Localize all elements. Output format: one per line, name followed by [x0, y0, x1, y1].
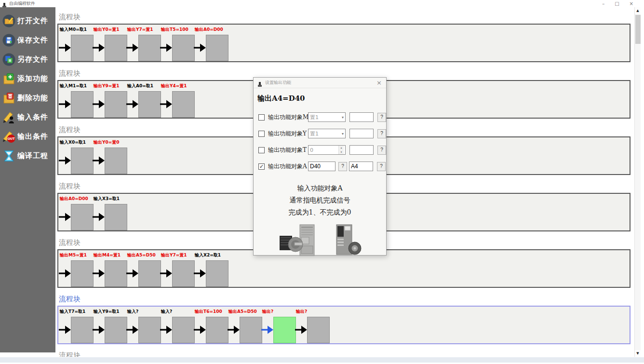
flow-block-square[interactable] — [138, 35, 161, 61]
flow-step[interactable]: 输出Y9=置1 — [94, 83, 127, 118]
flow-block-square[interactable] — [138, 317, 161, 343]
y-extra-field[interactable] — [349, 129, 374, 138]
flow-block-square[interactable] — [172, 35, 195, 61]
flow-block-square[interactable] — [71, 35, 94, 61]
dialog-close-button[interactable]: × — [376, 78, 382, 88]
flow-step[interactable]: 输入A0=取1 — [127, 83, 161, 118]
t-extra-field[interactable] — [349, 145, 374, 155]
compile-project-icon — [2, 149, 15, 162]
scroll-up-button[interactable]: ▲ — [635, 7, 641, 14]
flow-block-square[interactable] — [172, 260, 195, 287]
checkbox-y[interactable] — [258, 131, 265, 137]
flow-block-square[interactable] — [105, 260, 127, 287]
flow-step[interactable]: 输出A0=D00 — [195, 27, 228, 61]
window-titlebar: 自由编程软件 – □ × — [0, 0, 644, 7]
flow-step[interactable]: 输出? — [262, 309, 296, 343]
flow-block-square[interactable] — [172, 91, 195, 118]
m-extra-field[interactable] — [349, 112, 374, 122]
flow-step[interactable]: 输入X0=取1 — [60, 139, 94, 174]
spinner-buttons[interactable]: ▴ ▾ — [338, 146, 344, 154]
save-as-file-icon — [2, 53, 15, 66]
flow-step[interactable]: 输入? — [161, 309, 195, 343]
flow-block-square-active[interactable] — [273, 317, 296, 343]
close-button[interactable]: × — [630, 0, 633, 7]
a-help-button-2[interactable]: ? — [377, 162, 386, 171]
flow-step[interactable]: 输出Y7=置1 — [127, 27, 161, 61]
minimize-button[interactable]: – — [602, 0, 604, 7]
flow-block-square[interactable] — [71, 260, 94, 287]
flow-step[interactable]: 输出M4=置1 — [94, 252, 127, 287]
flow-block-square[interactable] — [71, 148, 94, 174]
sidebar-item-compile-project[interactable]: 编译工程 — [0, 146, 55, 165]
flow-block-square[interactable] — [206, 35, 228, 61]
flow-block-square[interactable] — [105, 35, 127, 61]
flow-step[interactable]: 输出A0=D00 — [60, 196, 94, 230]
flow-section-box[interactable]: 输入T7=取1输入Y9=取1输入?输入?输出T6=100输出A5=D50输出?输… — [57, 306, 631, 344]
flow-block-square[interactable] — [105, 317, 127, 343]
flow-block-square[interactable] — [105, 91, 127, 118]
checkbox-t[interactable] — [258, 147, 265, 153]
flow-step[interactable]: 输入Y9=取1 — [94, 309, 127, 343]
flow-block-square[interactable] — [105, 148, 127, 174]
a-signal-field[interactable] — [349, 162, 373, 171]
sidebar-item-save-file[interactable]: 保存文件 — [0, 30, 55, 50]
scrollbar-thumb[interactable] — [635, 15, 641, 44]
spinner-up-icon[interactable]: ▴ — [339, 146, 344, 150]
sidebar-item-delete-function[interactable]: 删除功能 — [0, 88, 55, 108]
spinner-down-icon[interactable]: ▾ — [339, 150, 344, 154]
a-data-field[interactable] — [308, 162, 335, 171]
flow-step[interactable]: 输入M0=取1 — [60, 27, 94, 61]
flow-step[interactable]: 输出M5=置1 — [60, 252, 94, 287]
flow-step[interactable]: 输入X3=取1 — [94, 196, 127, 230]
flow-step[interactable]: 输出T6=100 — [195, 309, 228, 343]
y-help-button[interactable]: ? — [377, 129, 386, 138]
flow-block-square[interactable] — [71, 204, 94, 230]
flow-step[interactable]: 输入T7=取1 — [60, 309, 94, 343]
flow-arrow-icon — [160, 42, 172, 53]
flow-step[interactable]: 输出A5=D50 — [127, 252, 161, 287]
flow-block-square[interactable] — [71, 317, 94, 343]
window-controls: – □ × — [602, 0, 633, 7]
a-help-button-1[interactable]: ? — [338, 162, 347, 171]
flow-step[interactable]: 输出T5=100 — [161, 27, 195, 61]
flow-step[interactable]: 输入? — [127, 309, 161, 343]
y-value-select[interactable]: 置1 ▾ — [308, 129, 346, 138]
checkbox-a[interactable]: ✓ — [258, 163, 265, 170]
sidebar-item-output-condition[interactable]: OUT 输出条件 — [0, 127, 55, 146]
sidebar-item-input-condition[interactable]: 输入条件 — [0, 108, 55, 127]
flow-step[interactable]: 输出A5=D50 — [228, 309, 262, 343]
sidebar-item-save-as[interactable]: 另存文件 — [0, 50, 55, 69]
flow-step[interactable]: 输出Y0=置1 — [94, 27, 127, 61]
flow-section-box[interactable]: 输入M0=取1输出Y0=置1输出Y7=置1输出T5=100输出A0=D00 — [57, 24, 631, 62]
flow-block-square[interactable] — [71, 91, 94, 118]
flow-block-square[interactable] — [206, 317, 228, 343]
flow-step[interactable]: 输出Y0=置0 — [94, 139, 127, 174]
flow-arrow-icon — [126, 42, 138, 53]
flow-step[interactable]: 输入X2=取1 — [195, 252, 228, 287]
flow-block-square[interactable] — [240, 317, 262, 343]
flow-block-square[interactable] — [138, 260, 161, 287]
flow-step[interactable]: 输出? — [296, 309, 330, 343]
t-value-spinner[interactable]: 0 ▴ ▾ — [308, 145, 346, 155]
scroll-down-button[interactable]: ▼ — [635, 350, 641, 357]
step-label: 输入M1=取1 — [60, 83, 87, 89]
step-label: 输入Y9=取1 — [94, 309, 120, 315]
flow-block-square[interactable] — [138, 91, 161, 118]
checkbox-m[interactable] — [258, 114, 265, 121]
t-help-button[interactable]: ? — [377, 146, 386, 155]
vertical-scrollbar[interactable]: ▲ ▼ — [634, 7, 641, 357]
flow-block-square[interactable] — [307, 317, 330, 343]
flow-step[interactable]: 输出Y4=置1 — [161, 83, 195, 118]
dialog-titlebar[interactable]: 设置输出功能 × — [254, 78, 386, 88]
flow-step[interactable]: 输入M1=取1 — [60, 83, 94, 118]
sidebar-item-open-file[interactable]: 打开文件 — [0, 11, 55, 30]
maximize-button[interactable]: □ — [615, 0, 619, 7]
flow-step[interactable]: 输出Y7=置1 — [161, 252, 195, 287]
input-condition-icon — [2, 111, 15, 124]
flow-block-square[interactable] — [206, 260, 228, 287]
flow-block-square[interactable] — [105, 204, 127, 230]
flow-block-square[interactable] — [172, 317, 195, 343]
m-help-button[interactable]: ? — [377, 113, 386, 122]
m-value-select[interactable]: 置1 ▾ — [308, 112, 346, 122]
sidebar-item-add-function[interactable]: 添加功能 — [0, 69, 55, 88]
